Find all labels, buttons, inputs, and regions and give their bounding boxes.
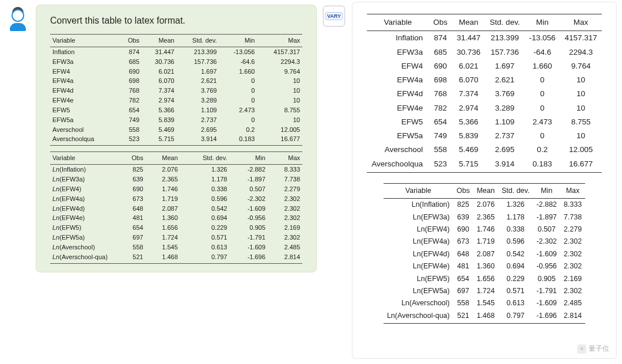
cell-min: -1.696 — [533, 310, 560, 324]
table-row: Averschoolqua5235.7153.9140.18316.677 — [367, 157, 602, 173]
cell-v: EFW5 — [367, 115, 428, 129]
cell-sd: 0.613 — [180, 242, 230, 252]
cell-min: 1.660 — [219, 67, 257, 77]
cell-max: 2.485 — [268, 242, 302, 252]
table-row: Averschool5585.4692.6950.212.005 — [367, 143, 602, 157]
table-row: Ln(Averschool)5581.5450.613-1.6092.485 — [50, 242, 302, 252]
cell-min: 0 — [525, 129, 560, 143]
col-sd: Std. dev. — [485, 14, 524, 31]
cell-min: -1.609 — [229, 204, 267, 214]
table-row: EFW5a7495.8392.737010 — [367, 129, 602, 143]
header-row: Variable Obs Mean Std. dev. Min Max — [384, 183, 585, 198]
table-row: EFW3a68530.736157.736-64.62294.3 — [367, 46, 602, 59]
cell-v: Averschool — [50, 125, 118, 135]
cell-max: 8.755 — [560, 115, 601, 129]
cell-min: 2.473 — [525, 115, 560, 129]
cell-sd: 157.736 — [177, 57, 219, 67]
cell-max: 10 — [257, 96, 302, 105]
cell-sd: 0.613 — [498, 297, 533, 309]
source-table-a: Variable Obs Mean Std. dev. Min Max Infl… — [50, 34, 302, 146]
cell-min: 0.507 — [229, 184, 267, 194]
col-max: Max — [560, 183, 585, 198]
cell-sd: 3.769 — [177, 86, 219, 96]
cell-obs: 685 — [118, 57, 142, 67]
cell-mean: 1.468 — [146, 252, 180, 263]
cell-v: Ln(EFW4e) — [50, 213, 118, 223]
table-row: EFW56545.3661.1092.4738.755 — [50, 105, 302, 115]
cell-obs: 825 — [453, 199, 473, 211]
cell-max: 2.302 — [560, 260, 585, 272]
table-row: Ln(EFW4)6901.7460.3380.5072.279 — [50, 184, 302, 194]
cell-max: 7.738 — [560, 211, 585, 223]
cell-mean: 2.087 — [473, 248, 498, 260]
col-variable: Variable — [50, 35, 118, 47]
header-row: Variable Obs Mean Std. dev. Min Max — [50, 35, 302, 47]
cell-v: EFW3a — [367, 46, 428, 59]
table-row: EFW4a6986.0702.621010 — [50, 76, 302, 86]
cell-mean: 2.365 — [146, 175, 180, 184]
table-row: Ln(EFW5a)6971.7240.571-1.7912.302 — [50, 233, 302, 242]
cell-obs: 768 — [428, 87, 452, 101]
col-min: Min — [229, 152, 267, 165]
col-mean: Mean — [473, 183, 498, 198]
cell-max: 16.677 — [560, 157, 601, 173]
cell-mean: 30.736 — [452, 46, 485, 59]
cell-mean: 1.545 — [146, 242, 180, 252]
cell-sd: 1.109 — [485, 115, 524, 129]
col-sd: Std. dev. — [498, 183, 533, 198]
cell-obs: 690 — [118, 184, 146, 194]
output-table-a-body: Inflation87431.447213.399-13.0564157.317… — [367, 31, 602, 173]
cell-max: 10 — [257, 115, 302, 125]
cell-obs: 558 — [428, 143, 452, 157]
cell-sd: 1.697 — [177, 67, 219, 77]
cell-mean: 5.366 — [142, 105, 177, 115]
cell-mean: 2.076 — [473, 199, 498, 211]
output-table-b: Variable Obs Mean Std. dev. Min Max Ln(I… — [384, 183, 585, 324]
output-table-b-body: Ln(Inflation)8252.0761.326-2.8828.333Ln(… — [384, 199, 585, 324]
cell-v: Ln(EFW5) — [384, 273, 453, 285]
cell-obs: 768 — [118, 86, 142, 96]
cell-obs: 782 — [428, 101, 452, 115]
cell-max: 10 — [560, 129, 601, 143]
cell-sd: 157.736 — [485, 46, 524, 59]
header-row: Variable Obs Mean Std. dev. Min Max — [367, 14, 602, 31]
cell-mean: 6.021 — [452, 59, 485, 73]
cell-mean: 1.656 — [146, 223, 180, 233]
cell-max: 2.302 — [560, 248, 585, 260]
cell-max: 2.302 — [268, 233, 302, 242]
cell-min: 0 — [525, 101, 560, 115]
cell-min: -2.882 — [533, 199, 560, 211]
cell-v: Ln(EFW5) — [50, 223, 118, 233]
cell-v: EFW4a — [50, 76, 118, 86]
cell-sd: 0.542 — [498, 248, 533, 260]
cell-obs: 673 — [453, 236, 473, 248]
watermark-text: 量子位 — [589, 344, 609, 354]
cell-sd: 0.797 — [498, 310, 533, 324]
cell-v: Ln(EFW4e) — [384, 260, 453, 272]
cell-max: 4157.317 — [560, 31, 601, 46]
cell-mean: 2.365 — [473, 211, 498, 223]
cell-v: Ln(EFW4) — [384, 223, 453, 236]
cell-v: EFW4a — [367, 73, 428, 87]
col-mean: Mean — [146, 152, 180, 165]
cell-obs: 648 — [453, 248, 473, 260]
cell-mean: 5.839 — [452, 129, 485, 143]
cell-obs: 523 — [428, 157, 452, 173]
table-row: Ln(EFW4e)4811.3600.694-0.9562.302 — [384, 260, 585, 272]
cell-v: Ln(EFW4) — [50, 184, 118, 194]
cell-max: 10 — [257, 86, 302, 96]
cell-mean: 5.469 — [452, 143, 485, 157]
col-obs: Obs — [118, 152, 146, 165]
col-obs: Obs — [453, 183, 473, 198]
cell-max: 9.764 — [257, 67, 302, 77]
cell-min: 0.2 — [525, 143, 560, 157]
cell-v: Ln(EFW3a) — [384, 211, 453, 223]
cell-max: 2294.3 — [560, 46, 601, 59]
col-min: Min — [533, 183, 560, 198]
cell-min: 1.660 — [525, 59, 560, 73]
cell-v: Ln(Averschool-qua) — [384, 310, 453, 324]
cell-max: 2294.3 — [257, 57, 302, 67]
cell-sd: 1.178 — [498, 211, 533, 223]
cell-obs: 558 — [118, 242, 146, 252]
cell-obs: 782 — [118, 96, 142, 105]
